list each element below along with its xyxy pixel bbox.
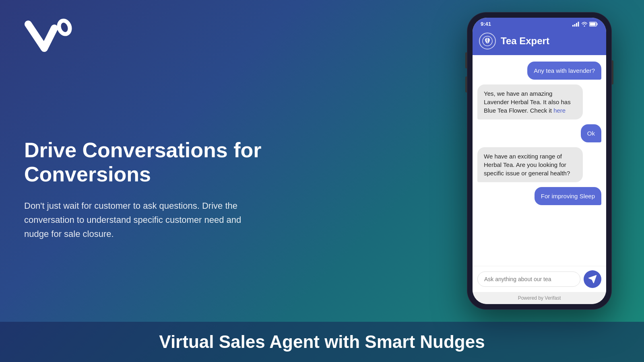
- message-5-text: For improving Sleep: [541, 193, 595, 200]
- chat-bubble-2: Yes, we have an amazing Lavender Herbal …: [477, 84, 583, 119]
- leaf-icon: [482, 36, 493, 46]
- chat-bubble-4: We have an exciting range of Herbal Tea.…: [477, 147, 583, 182]
- svg-rect-2: [572, 25, 574, 27]
- here-link[interactable]: here: [553, 107, 566, 114]
- wifi-icon: [581, 22, 588, 27]
- signal-icon: [572, 22, 580, 27]
- svg-rect-4: [576, 23, 577, 27]
- app-header: Tea Expert: [473, 29, 606, 55]
- status-icons: [572, 22, 598, 27]
- battery-icon: [589, 22, 598, 27]
- tea-icon: [479, 33, 496, 49]
- message-4-text: We have an exciting range of Herbal Tea.…: [484, 153, 570, 177]
- svg-rect-5: [578, 22, 579, 27]
- phone-inner: 9:41: [473, 18, 606, 304]
- message-2-text: Yes, we have an amazing Lavender Herbal …: [484, 90, 571, 114]
- powered-by: Powered by Verifast: [473, 292, 606, 304]
- send-icon: [588, 275, 597, 284]
- chat-area: Any tea with lavender? Yes, we have an a…: [473, 55, 606, 266]
- svg-rect-3: [574, 24, 576, 27]
- message-3-text: Ok: [587, 130, 595, 137]
- subtext: Don't just wait for customer to ask ques…: [24, 199, 258, 241]
- left-panel: Drive Conversations for Conversions Don'…: [24, 16, 286, 241]
- logo: [24, 16, 286, 138]
- svg-rect-8: [590, 23, 596, 25]
- chat-bubble-5: For improving Sleep: [535, 187, 601, 205]
- status-time: 9:41: [481, 21, 491, 27]
- phone-mockup: 9:41: [467, 12, 612, 310]
- message-1-text: Any tea with lavender?: [534, 67, 595, 74]
- chat-input[interactable]: [477, 272, 580, 287]
- chat-bubble-3: Ok: [581, 124, 601, 142]
- phone-outer: 9:41: [467, 12, 612, 310]
- chat-bubble-1: Any tea with lavender?: [527, 62, 601, 80]
- send-button[interactable]: [584, 270, 601, 288]
- headline: Drive Conversations for Conversions: [24, 138, 286, 187]
- svg-rect-7: [597, 23, 598, 25]
- bottom-tagline-text: Virtual Sales Agent with Smart Nudges: [159, 332, 485, 352]
- status-bar: 9:41: [473, 18, 606, 29]
- app-title: Tea Expert: [501, 35, 549, 47]
- input-area: [473, 266, 606, 292]
- bottom-tagline-bar: Virtual Sales Agent with Smart Nudges: [0, 322, 644, 362]
